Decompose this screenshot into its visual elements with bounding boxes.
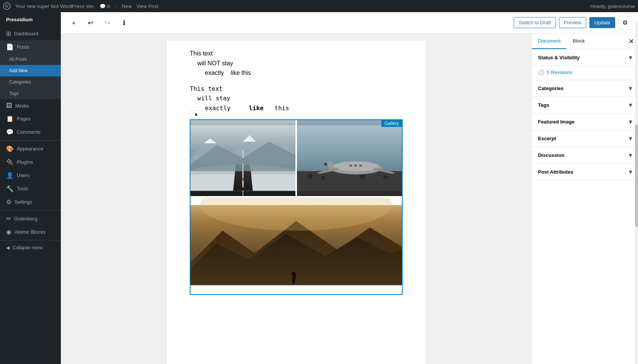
sidebar-item-atomic-blocks[interactable]: ◉ Atomic Blocks bbox=[0, 225, 61, 239]
chevron-down-icon-excerpt: ▾ bbox=[629, 135, 632, 142]
comments-link[interactable]: 💬 0 bbox=[100, 3, 110, 9]
sidebar-divider-3 bbox=[0, 240, 61, 241]
settings-panel-button[interactable]: ⚙ bbox=[618, 16, 632, 30]
sidebar-item-comments[interactable]: 💬 Comments bbox=[0, 125, 61, 139]
svg-point-18 bbox=[383, 175, 388, 179]
plugins-icon: 🔌 bbox=[6, 158, 14, 166]
svg-rect-24 bbox=[349, 165, 352, 166]
sidebar-item-settings[interactable]: ⚙ Settings bbox=[0, 195, 61, 209]
section-status-visibility: Status & Visibility ▾ bbox=[532, 49, 638, 66]
sidebar: Pressidium ⊞ Dashboard 📄 Posts All Posts… bbox=[0, 12, 61, 364]
update-button[interactable]: Update bbox=[589, 17, 615, 28]
settings-gear-icon: ⚙ bbox=[622, 19, 628, 26]
sidebar-divider-2 bbox=[0, 210, 61, 210]
section-featured-image-header[interactable]: Featured Image ▾ bbox=[532, 114, 638, 130]
svg-rect-34 bbox=[293, 275, 296, 279]
section-post-attributes-header[interactable]: Post Attributes ▾ bbox=[532, 164, 638, 180]
section-status-visibility-header[interactable]: Status & Visibility ▾ bbox=[532, 49, 638, 66]
comment-icon: 💬 bbox=[100, 3, 106, 9]
section-tags: Tags ▾ bbox=[532, 97, 638, 114]
svg-point-16 bbox=[321, 176, 325, 179]
users-icon: 👤 bbox=[6, 172, 14, 179]
editor-canvas[interactable]: This text will NOT stay exactly like thi… bbox=[61, 33, 532, 364]
panel-scrollbar[interactable] bbox=[635, 33, 638, 364]
switch-to-draft-button[interactable]: Switch to Draft bbox=[514, 17, 556, 28]
gallery-image-wreck[interactable] bbox=[297, 120, 402, 196]
chevron-down-icon-featured: ▾ bbox=[629, 118, 632, 125]
site-name[interactable]: Your new super fast WordPress site. bbox=[15, 3, 95, 9]
section-excerpt-header[interactable]: Excerpt ▾ bbox=[532, 130, 638, 147]
svg-rect-25 bbox=[354, 165, 357, 166]
sidebar-collapse-button[interactable]: ◀ Collapse menu bbox=[0, 242, 61, 253]
section-categories: Categories ▾ bbox=[532, 80, 638, 97]
svg-rect-4 bbox=[190, 174, 295, 191]
scrollbar-thumb[interactable] bbox=[635, 124, 638, 227]
revisions-link[interactable]: 🕐 5 Revisions bbox=[532, 66, 638, 80]
section-discussion-header[interactable]: Discussion ▾ bbox=[532, 147, 638, 163]
redo-icon: ↪ bbox=[105, 19, 110, 27]
svg-rect-26 bbox=[359, 165, 362, 166]
add-block-icon: ＋ bbox=[70, 18, 77, 27]
svg-point-15 bbox=[308, 173, 313, 179]
sidebar-item-all-posts[interactable]: All Posts bbox=[0, 54, 61, 65]
sidebar-item-plugins[interactable]: 🔌 Plugins bbox=[0, 155, 61, 169]
svg-text:W: W bbox=[5, 4, 9, 8]
chevron-down-icon-attributes: ▾ bbox=[629, 168, 632, 176]
sidebar-item-tags[interactable]: Tags bbox=[0, 88, 61, 99]
undo-button[interactable]: ↩ bbox=[84, 16, 97, 30]
undo-icon: ↩ bbox=[88, 19, 94, 27]
panel-content: Status & Visibility ▾ 🕐 5 Revisions bbox=[532, 49, 638, 364]
collapse-icon: ◀ bbox=[6, 245, 10, 250]
gallery-top-row bbox=[190, 120, 402, 196]
sidebar-item-tools[interactable]: 🔧 Tools bbox=[0, 182, 61, 195]
add-block-button[interactable]: ＋ bbox=[67, 16, 81, 30]
preview-button[interactable]: Preview bbox=[559, 17, 586, 28]
sidebar-item-pages[interactable]: 📋 Pages bbox=[0, 112, 61, 125]
sidebar-item-users[interactable]: 👤 Users bbox=[0, 169, 61, 182]
sidebar-item-gutenberg[interactable]: ✏ Gutenberg bbox=[0, 212, 61, 225]
settings-icon: ⚙ bbox=[6, 198, 11, 206]
sidebar-item-add-new[interactable]: Add New bbox=[0, 65, 61, 76]
editor-content: This text will NOT stay exactly like thi… bbox=[167, 41, 425, 364]
comments-icon: 💬 bbox=[6, 128, 14, 136]
tab-block[interactable]: Block bbox=[567, 33, 591, 49]
gutenberg-icon: ✏ bbox=[6, 215, 11, 222]
redo-button[interactable]: ↪ bbox=[100, 16, 114, 30]
sidebar-item-dashboard[interactable]: ⊞ Dashboard bbox=[0, 27, 61, 40]
media-icon: 🖼 bbox=[6, 102, 12, 109]
tab-document[interactable]: Document bbox=[532, 33, 567, 49]
gallery-image-road[interactable] bbox=[190, 120, 295, 196]
section-discussion: Discussion ▾ bbox=[532, 147, 638, 164]
section-categories-header[interactable]: Categories ▾ bbox=[532, 80, 638, 97]
sidebar-item-categories[interactable]: Categories bbox=[0, 76, 61, 88]
gallery-collapse-button[interactable]: ▲ bbox=[190, 110, 202, 118]
gallery-block[interactable]: Gallery ▲ bbox=[190, 119, 403, 295]
info-button[interactable]: ℹ bbox=[117, 16, 131, 30]
section-excerpt: Excerpt ▾ bbox=[532, 130, 638, 147]
section-tags-header[interactable]: Tags ▾ bbox=[532, 97, 638, 113]
sidebar-item-media[interactable]: 🖼 Media bbox=[0, 99, 61, 112]
atomic-blocks-icon: ◉ bbox=[6, 228, 11, 236]
dashboard-icon: ⊞ bbox=[6, 30, 11, 37]
admin-bar: W Your new super fast WordPress site. 💬 … bbox=[0, 0, 638, 12]
text-block-2[interactable]: This text will stay exactly like this bbox=[190, 84, 403, 113]
text-block-1[interactable]: This text will NOT stay exactly like thi… bbox=[190, 49, 403, 78]
sidebar-item-posts[interactable]: 📄 Posts bbox=[0, 40, 61, 54]
info-icon: ℹ bbox=[123, 19, 125, 27]
sidebar-item-appearance[interactable]: 🎨 Appearance bbox=[0, 142, 61, 155]
gallery-label: Gallery bbox=[381, 120, 402, 127]
gallery-image-mountain[interactable] bbox=[190, 198, 402, 294]
revisions-icon: 🕐 bbox=[538, 69, 544, 75]
pages-icon: 📋 bbox=[6, 115, 14, 122]
new-link[interactable]: New bbox=[122, 3, 132, 9]
chevron-down-icon-tags: ▾ bbox=[629, 101, 632, 109]
sidebar-divider-1 bbox=[0, 140, 61, 141]
tools-icon: 🔧 bbox=[6, 185, 14, 192]
howdy-text: Howdy, gutencourse bbox=[590, 3, 635, 9]
svg-rect-8 bbox=[242, 181, 243, 187]
sidebar-logo: Pressidium bbox=[0, 12, 61, 27]
section-revisions: 🕐 5 Revisions bbox=[532, 66, 638, 80]
wp-logo[interactable]: W bbox=[3, 2, 11, 10]
view-post-link[interactable]: View Post bbox=[136, 3, 158, 9]
svg-rect-7 bbox=[242, 171, 243, 177]
